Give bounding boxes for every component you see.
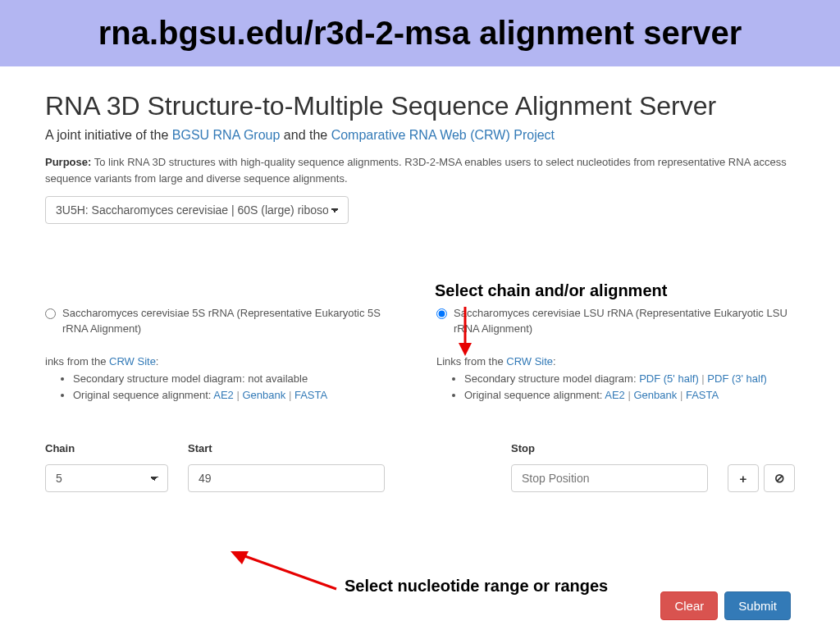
chain-select[interactable]: 5 (45, 464, 168, 492)
alignment-radio-row: Saccharomyces cerevisiae 5S rRNA (Repres… (45, 306, 795, 337)
banner-title: rna.bgsu.edu/r3d-2-msa alignment server (8, 15, 832, 52)
link-bgsu-rna[interactable]: BGSU RNA Group (172, 128, 281, 142)
chain-group: Chain 5 (45, 442, 168, 492)
radio-lsu[interactable]: Saccharomyces cerevisiae LSU rRNA (Repre… (436, 306, 795, 337)
subtitle-prefix: A joint initiative of the (45, 128, 172, 142)
submit-button[interactable]: Submit (724, 591, 791, 620)
app-container: RNA 3D Structure-to-Multiple Sequence Al… (0, 66, 840, 492)
page-subtitle: A joint initiative of the BGSU RNA Group… (45, 128, 795, 143)
chain-label: Chain (45, 442, 168, 454)
link-left-ae2[interactable]: AE2 (213, 389, 234, 401)
li-left-ssm: Secondary structure model diagram: not a… (73, 371, 404, 388)
stop-label: Stop (511, 442, 708, 454)
plus-icon: + (740, 472, 747, 486)
structure-select[interactable]: 3U5H: Saccharomyces cerevisiae | 60S (la… (45, 196, 349, 224)
clear-button[interactable]: Clear (660, 591, 718, 620)
link-right-fasta[interactable]: FASTA (686, 389, 719, 401)
link-crw-left[interactable]: CRW Site (109, 355, 156, 368)
radio-lsu-input[interactable] (436, 308, 447, 319)
purpose-body: To link RNA 3D structures with high-qual… (45, 156, 787, 185)
link-left-genbank[interactable]: Genbank (243, 389, 286, 401)
svg-marker-3 (231, 551, 249, 564)
li-left-orig: Original sequence alignment: AE2 | Genba… (73, 387, 404, 404)
stop-group: Stop (511, 442, 708, 492)
link-crw-right[interactable]: CRW Site (506, 355, 553, 368)
annotation-nuc-range: Select nucleotide range or ranges (345, 577, 608, 596)
purpose-text: Purpose: To link RNA 3D structures with … (45, 154, 795, 186)
stop-input[interactable] (511, 464, 708, 492)
li-right-ssm: Secondary structure model diagram: PDF (… (464, 371, 795, 388)
radio-5s-label: Saccharomyces cerevisiae 5S rRNA (Repres… (62, 306, 404, 337)
start-label: Start (188, 442, 385, 454)
radio-5s[interactable]: Saccharomyces cerevisiae 5S rRNA (Repres… (45, 306, 404, 337)
arrow-down-icon (453, 305, 477, 358)
link-left-fasta[interactable]: FASTA (294, 389, 327, 401)
links-col-right: Links from the CRW Site: Secondary struc… (436, 355, 795, 405)
link-pdf-5half[interactable]: PDF (5' half) (639, 372, 699, 385)
svg-marker-1 (459, 343, 472, 356)
structure-select-wrap: 3U5H: Saccharomyces cerevisiae | 60S (la… (45, 196, 349, 224)
link-crw-project[interactable]: Comparative RNA Web (CRW) Project (331, 128, 555, 142)
link-right-ae2[interactable]: AE2 (605, 389, 625, 401)
annotation-chain-align: Select chain and/or alignment (435, 281, 667, 300)
links-col-left: inks from the CRW Site: Secondary struct… (45, 355, 404, 405)
purpose-label: Purpose: (45, 156, 91, 168)
svg-line-2 (240, 555, 336, 589)
alignment-radio-left: Saccharomyces cerevisiae 5S rRNA (Repres… (45, 306, 404, 337)
links-left-heading: inks from the CRW Site: (45, 355, 158, 368)
range-row: Chain 5 Start Stop + ⊘ (45, 442, 795, 492)
radio-5s-input[interactable] (45, 308, 56, 319)
slide-banner: rna.bgsu.edu/r3d-2-msa alignment server (0, 0, 840, 66)
action-buttons: Clear Submit (660, 591, 791, 620)
links-row: inks from the CRW Site: Secondary struct… (45, 355, 795, 405)
start-input[interactable] (188, 464, 385, 492)
link-pdf-3half[interactable]: PDF (3' half) (707, 372, 767, 385)
arrow-left-icon (226, 548, 340, 593)
subtitle-mid: and the (284, 128, 331, 142)
add-range-button[interactable]: + (728, 464, 759, 492)
start-group: Start (188, 442, 385, 492)
page-title: RNA 3D Structure-to-Multiple Sequence Al… (45, 91, 795, 121)
cancel-icon: ⊘ (774, 471, 785, 486)
li-right-orig: Original sequence alignment: AE2 | Genba… (464, 387, 795, 404)
reset-range-button[interactable]: ⊘ (764, 464, 795, 492)
radio-lsu-label: Saccharomyces cerevisiae LSU rRNA (Repre… (454, 306, 795, 337)
link-right-genbank[interactable]: Genbank (634, 389, 678, 401)
range-buttons: + ⊘ (728, 464, 795, 492)
alignment-radio-right: Saccharomyces cerevisiae LSU rRNA (Repre… (436, 306, 795, 337)
